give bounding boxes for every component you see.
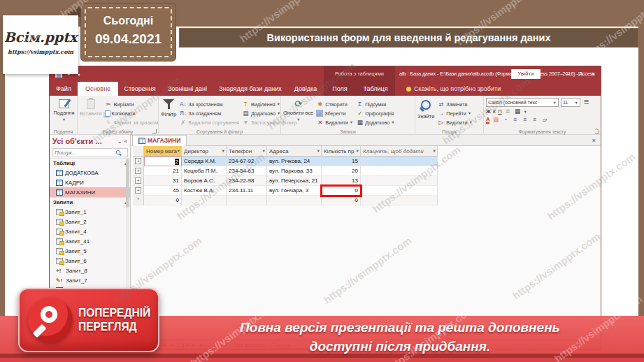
restore-icon[interactable]: □ [578,71,582,78]
font-name-select[interactable]: Calibri (основний текс▼ [486,98,559,107]
bold-button[interactable]: Ж [486,108,491,115]
cell-phone[interactable]: 234-22-98 [227,176,267,186]
tab-create[interactable]: Створення [118,82,162,96]
nav-item-kadry[interactable]: КАДРИ [50,178,130,187]
cell-quantity-highlighted[interactable]: 0 [322,186,361,196]
align-center-icon[interactable]: ≡ [521,117,529,123]
tell-me-box[interactable]: Скажіть, що потрібно зробити [406,82,501,96]
row-selector[interactable]: * [133,196,144,205]
column-header-num[interactable]: Номер мага▼ [144,146,182,157]
cell-address[interactable] [267,196,322,205]
nav-item-dodatkova[interactable]: ДОДАТКОВА [50,168,130,178]
indent-icons[interactable]: ≣ [504,108,512,115]
column-header-quantity[interactable]: Кількість пр▼ [322,146,361,157]
sort-ascending-button[interactable]: А↓За зростанням [179,100,239,108]
filter-button[interactable]: Фільтр [161,97,176,126]
select-all-corner[interactable] [133,146,144,157]
find-button[interactable]: Знайти [417,97,434,126]
nav-item-query7[interactable]: ✎!Запит_7 [50,275,130,285]
cell-address[interactable]: вул. Паркова, 33 [267,166,322,176]
expand-subdatasheet-icon[interactable]: + [135,187,141,194]
cell-address[interactable]: вул. Печерська, 21 [267,176,322,186]
totals-button[interactable]: ΣПідсумки [356,100,395,108]
nav-search-box[interactable] [52,148,128,157]
cell-num[interactable]: 45 [144,186,182,196]
format-painter-button[interactable]: ✎Формат за зразком [105,118,159,126]
row-selector[interactable]: + [133,186,144,196]
document-tab-magazyny[interactable]: МАГАЗИНИ [132,135,187,146]
cell-num[interactable]: 0 [144,196,182,205]
tab-help[interactable]: Довідка [287,82,324,96]
more-records-button[interactable]: ▦Додатково▼ [356,118,395,126]
column-header-address[interactable]: Адреса▼ [267,146,322,157]
expand-subdatasheet-icon[interactable]: + [135,168,141,174]
spelling-button[interactable]: ✓Орфографія [356,109,395,117]
column-header-phone[interactable]: Телефон▼ [227,146,267,157]
nav-item-query4[interactable]: Запит_4 [50,226,130,236]
sort-descending-button[interactable]: Я↓За спаданням [179,109,239,117]
tab-fields[interactable]: Поля [324,82,356,96]
expand-subdatasheet-icon[interactable]: + [135,178,141,184]
collapse-ribbon-icon[interactable]: ^ [595,126,598,133]
cell-quantity[interactable]: 15 [322,157,361,166]
replace-button[interactable]: ⇄Замінити [437,100,473,108]
cell-address[interactable]: вул. Гончара, 3 [267,186,322,196]
cell-add[interactable] [361,166,438,176]
select-button[interactable]: ▷Виділити▼ [437,118,473,126]
bullet-list-icon[interactable]: ☰ [582,99,590,106]
underline-button[interactable]: П [498,108,501,115]
cell-quantity[interactable]: 0 [322,196,361,205]
nav-search-input[interactable] [55,150,115,156]
align-left-icon[interactable]: ≡ [511,117,519,123]
cell-add[interactable] [361,176,438,186]
tab-external-data[interactable]: Зовнішні дані [162,82,213,96]
cell-num[interactable]: 31 [144,176,182,186]
column-header-director[interactable]: Директор▼ [182,146,227,157]
nav-category-menu-icon[interactable]: ⌄ [117,138,122,145]
datasheet-format-icon[interactable]: ▱ [541,117,548,123]
align-right-icon[interactable]: ≡ [531,117,538,123]
cell-quantity[interactable]: 13 [322,176,361,186]
tab-database-tools[interactable]: Знаряддя бази даних [213,82,287,96]
nav-section-tables[interactable]: Таблиці▴ [50,158,130,168]
clipboard-dialog-launcher-icon[interactable] [152,129,157,133]
cell-director[interactable]: Костюк В.А. [182,186,227,196]
close-icon[interactable]: × [592,71,595,78]
row-selector[interactable]: + [133,166,144,176]
row-selector[interactable]: + [133,157,144,166]
highlight-color-icon[interactable]: ▨ [492,117,499,123]
font-color-button[interactable]: А [486,116,489,124]
cell-quantity[interactable]: 20 [322,166,361,176]
column-header-add[interactable]: Клацніть, щоб додати▼ [361,146,438,157]
paste-button[interactable]: Вставити [80,97,102,126]
cell-num[interactable]: 2 [144,157,182,166]
cell-phone[interactable]: 234-67-92 [227,157,267,166]
gridlines-icon[interactable]: ▦ [514,108,522,115]
nav-section-queries[interactable]: Запити▴ [50,197,130,207]
row-selector[interactable]: + [133,176,144,186]
font-size-select[interactable]: 11▼ [561,98,580,107]
cell-add[interactable] [361,157,438,166]
cut-button[interactable]: ✂Вирізати [105,100,159,108]
close-object-icon[interactable]: × [592,137,596,144]
cell-add[interactable] [361,186,438,196]
cell-director[interactable] [182,196,227,205]
tab-table[interactable]: Таблиця [356,82,395,96]
cell-director[interactable]: Середа К.М. [182,157,227,166]
nav-item-query41[interactable]: Запит_41 [50,236,130,246]
cell-num[interactable]: 21 [144,166,182,176]
views-button[interactable]: Подання ▼ [52,97,76,122]
minimize-icon[interactable]: – [566,71,569,78]
cell-director[interactable]: Борзов А.С. [182,176,227,186]
nav-item-query2[interactable]: Запит_2 [50,217,130,226]
delete-record-button[interactable]: ✕Видалити▼ [316,118,353,126]
sign-in-button[interactable]: Увійти [511,69,541,79]
shutter-close-icon[interactable]: « [124,138,127,145]
goto-button[interactable]: →Перейти▼ [437,109,473,117]
cell-address[interactable]: вул. Річкова, 24 [267,157,322,166]
save-record-button[interactable]: Зберегти [316,109,353,117]
cell-add[interactable] [361,196,438,205]
cell-phone[interactable]: 234-11-11 [227,186,267,196]
copy-button[interactable]: Копіювати [105,109,159,117]
cell-phone[interactable] [227,196,267,205]
